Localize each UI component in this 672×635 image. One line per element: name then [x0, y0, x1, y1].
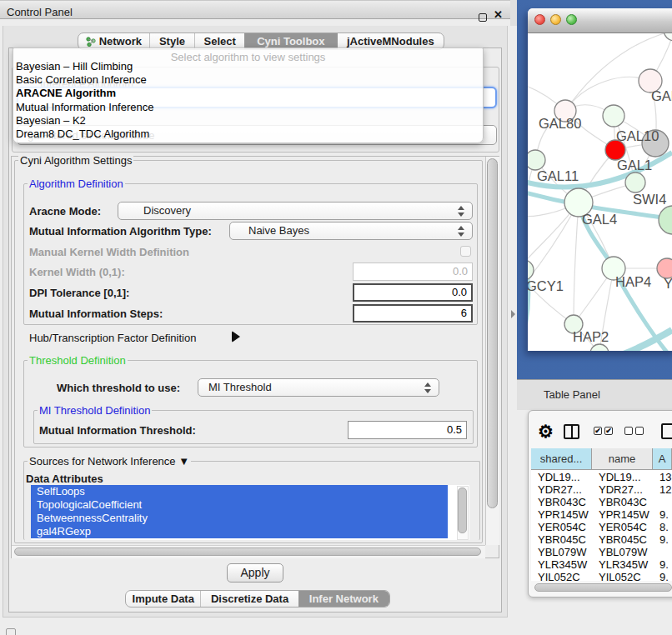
cell-r6-c3[interactable]: 9. [659, 533, 669, 546]
node-swi4[interactable] [625, 172, 645, 192]
list-scrollbar-thumb[interactable] [458, 488, 467, 533]
cell-r2-c2[interactable]: YDR27... [599, 483, 643, 496]
node-gal11[interactable] [528, 150, 545, 170]
cell-r3-c1[interactable]: YBR043C [538, 496, 586, 508]
checkbox-checked-icon[interactable]: ✔ [594, 427, 602, 435]
cell-r8-c3[interactable]: 9. [659, 558, 669, 571]
table-hscrollbar-thumb[interactable] [534, 583, 672, 592]
column-header-3[interactable]: A [653, 448, 672, 470]
dpi-tolerance-input[interactable]: 0.0 [353, 283, 473, 302]
attribute-item-1[interactable]: SelfLoops [31, 485, 448, 498]
close-icon[interactable]: ✕ [494, 8, 503, 21]
which-threshold-select[interactable]: MI Threshold [198, 378, 439, 397]
node-top[interactable] [664, 33, 672, 41]
manual-kernel-checkbox[interactable] [460, 246, 471, 257]
data-attributes-list[interactable]: SelfLoopsTopologicalCoefficientBetweenne… [31, 485, 469, 540]
cell-r2-c1[interactable]: YDR27... [538, 483, 582, 496]
cell-r2-c3[interactable]: 12 [659, 483, 671, 496]
which-threshold-value: MI Threshold [208, 381, 272, 393]
algorithm-option-3[interactable]: ARACNE Algorithm [16, 87, 483, 100]
network-window-titlebar[interactable] [528, 8, 672, 33]
attribute-item-2[interactable]: TopologicalCoefficient [31, 498, 448, 512]
sources-group-title: Sources for Network Inference ▼ [28, 455, 191, 468]
cell-r6-c1[interactable]: YBR045C [538, 533, 586, 546]
node-gcy1-label: GCY1 [528, 278, 564, 293]
collapsed-panel-icon[interactable] [6, 628, 16, 635]
algorithm-option-4[interactable]: Mutual Information Inference [16, 101, 483, 114]
apply-button[interactable]: Apply [227, 563, 283, 582]
cell-r1-c2[interactable]: YDL19... [599, 471, 641, 483]
cell-r6-c2[interactable]: YBR045C [599, 533, 647, 546]
cell-r9-c2[interactable]: YIL052C [599, 571, 641, 581]
node-gcy1[interactable] [528, 260, 534, 280]
mi-threshold-label: Mutual Information Threshold: [39, 424, 196, 437]
cell-r5-c2[interactable]: YER054C [599, 521, 647, 533]
cell-r7-c2[interactable]: YBL079W [599, 546, 648, 558]
cell-r4-c3[interactable]: 9. [659, 508, 669, 521]
mi-threshold-input[interactable]: 0.5 [348, 421, 467, 439]
gear-icon[interactable]: ⚙ [538, 422, 554, 442]
tab-impute-data[interactable]: Impute Data [126, 591, 201, 607]
node-gal7-label: GAL [651, 88, 672, 103]
cell-r1-c1[interactable]: YDL19... [538, 471, 580, 483]
stepper-icon [458, 206, 465, 217]
kernel-width-input[interactable]: 0.0 [353, 262, 473, 281]
mi-steps-input[interactable]: 6 [353, 304, 473, 322]
edge-13[interactable] [574, 202, 579, 324]
dropdown-items: Bayesian – Hill ClimbingBasic Correlatio… [13, 60, 483, 141]
node-hap4-label: HAP4 [615, 274, 651, 289]
checkbox-unchecked-icon-2[interactable] [635, 427, 644, 435]
top-strip [510, 0, 517, 26]
collapse-icon[interactable]: ▼ [178, 455, 189, 468]
node-gal11-label: GAL11 [537, 168, 579, 183]
attribute-item-3[interactable]: BetweennessCentrality [31, 512, 448, 525]
cell-r9-c3[interactable]: 9. [659, 571, 669, 581]
aracne-mode-select[interactable]: Discovery [118, 202, 473, 220]
algorithm-option-2[interactable]: Basic Correlation Inference [16, 73, 483, 87]
checkbox-checked-icon-2[interactable]: ✔ [604, 427, 613, 435]
algorithm-option-6[interactable]: Dream8 DC_TDC Algorithm [16, 128, 483, 141]
cell-r9-c1[interactable]: YIL052C [538, 571, 580, 581]
algorithm-option-5[interactable]: Bayesian – K2 [16, 114, 483, 128]
tab-discretize-data[interactable]: Discretize Data [201, 591, 298, 607]
attribute-item-4[interactable]: gal4RGexp [31, 525, 448, 538]
settings-vscrollbar-thumb[interactable] [487, 158, 498, 508]
cell-r5-c3[interactable]: 8. [659, 521, 669, 533]
zoom-traffic-light[interactable] [566, 14, 577, 25]
mi-type-value: Naive Bayes [248, 224, 309, 237]
algorithm-option-1[interactable]: Bayesian – Hill Climbing [16, 60, 483, 73]
cell-r4-c1[interactable]: YPR145W [538, 508, 589, 521]
cell-r1-c3[interactable]: 13 [659, 471, 671, 483]
data-attributes-label: Data Attributes [26, 472, 103, 485]
bottom-tab-bar: Impute Data Discretize Data Infer Networ… [125, 590, 390, 608]
table-panel-title: Table Panel [544, 388, 600, 401]
network-canvas[interactable]: GALGAL80GAL10GAL1GAL11SWI4GAL4HAP4YGCY1H… [528, 33, 672, 351]
node-bigright[interactable] [659, 206, 672, 234]
tab-infer-network[interactable]: Infer Network [298, 591, 389, 607]
cell-r3-c2[interactable]: YBR043C [599, 496, 647, 508]
cell-r4-c2[interactable]: YPR145W [599, 508, 649, 521]
close-traffic-light[interactable] [534, 14, 545, 25]
float-window-icon[interactable] [479, 13, 487, 22]
algorithm-definition-title: Algorithm Definition [28, 178, 125, 190]
column-header-1[interactable]: shared... [531, 448, 592, 470]
cell-r5-c1[interactable]: YER054C [538, 521, 586, 533]
cell-r7-c1[interactable]: YBL079W [538, 546, 587, 558]
settings-hscrollbar-thumb[interactable] [14, 548, 481, 556]
column-header-2[interactable]: name [592, 448, 653, 470]
minimize-traffic-light[interactable] [550, 14, 561, 25]
stepper-icon [458, 226, 465, 237]
hub-definition-toggle[interactable]: Hub/Transcription Factor Definition [29, 332, 196, 344]
aracne-mode-label: Aracne Mode: [29, 205, 101, 218]
columns-icon[interactable] [564, 424, 579, 439]
hub-expand-icon[interactable] [232, 331, 240, 342]
checkbox-unchecked-icon[interactable] [624, 427, 633, 435]
mi-type-select[interactable]: Naive Bayes [229, 222, 473, 240]
cell-r8-c1[interactable]: YLR345W [538, 558, 587, 571]
sources-title-text: Sources for Network Inference [29, 455, 176, 468]
cell-r8-c2[interactable]: YLR345W [599, 558, 648, 571]
splitter-collapse-icon[interactable] [511, 310, 515, 318]
control-panel-titlebar[interactable]: Control Panel ✕ [0, 0, 510, 19]
partial-toolbar-icon[interactable] [661, 423, 672, 439]
node-gal10[interactable] [603, 105, 624, 127]
